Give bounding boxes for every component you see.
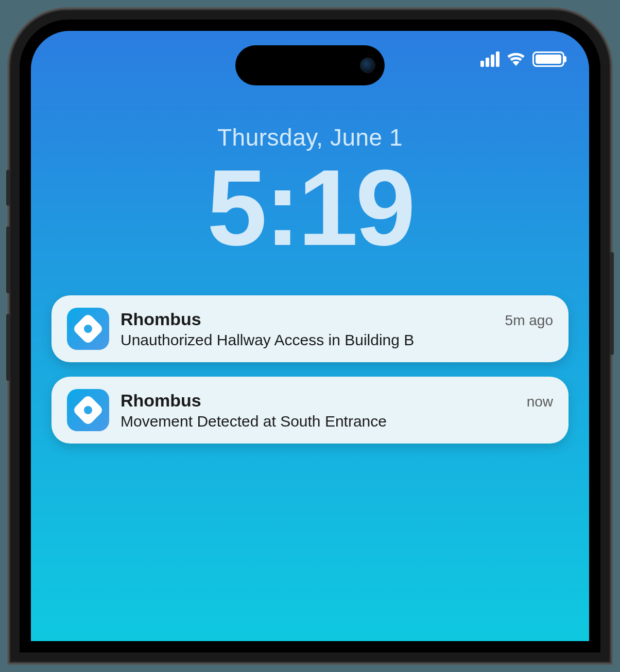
- phone-frame: Thursday, June 1 5:19 Rhombus 5m ago Una…: [10, 10, 610, 662]
- notification-app-name: Rhombus: [120, 391, 201, 411]
- status-bar: [480, 50, 564, 68]
- rhombus-app-icon: [67, 308, 109, 350]
- notification-app-name: Rhombus: [120, 309, 201, 329]
- notification-content: Rhombus 5m ago Unauthorized Hallway Acce…: [120, 309, 553, 349]
- battery-icon: [532, 51, 564, 67]
- notification-message: Movement Detected at South Entrance: [120, 413, 553, 430]
- notification-timestamp: now: [527, 394, 553, 410]
- front-camera: [360, 58, 375, 73]
- cellular-signal-icon: [480, 51, 500, 67]
- volume-up-button: [6, 226, 10, 293]
- rhombus-app-icon: [67, 389, 109, 431]
- notification-list: Rhombus 5m ago Unauthorized Hallway Acce…: [31, 295, 589, 444]
- notification-timestamp: 5m ago: [505, 312, 553, 329]
- dynamic-island: [235, 45, 385, 85]
- mute-switch: [6, 170, 10, 206]
- lock-screen[interactable]: Thursday, June 1 5:19 Rhombus 5m ago Una…: [31, 31, 589, 641]
- power-button: [610, 252, 614, 355]
- notification-content: Rhombus now Movement Detected at South E…: [120, 391, 553, 430]
- notification-card[interactable]: Rhombus 5m ago Unauthorized Hallway Acce…: [51, 295, 569, 362]
- phone-bezel: Thursday, June 1 5:19 Rhombus 5m ago Una…: [20, 20, 600, 652]
- lock-screen-time: 5:19: [31, 154, 589, 262]
- wifi-icon: [506, 50, 526, 68]
- notification-card[interactable]: Rhombus now Movement Detected at South E…: [51, 377, 569, 444]
- notification-message: Unauthorized Hallway Access in Building …: [120, 331, 553, 349]
- volume-down-button: [6, 314, 10, 381]
